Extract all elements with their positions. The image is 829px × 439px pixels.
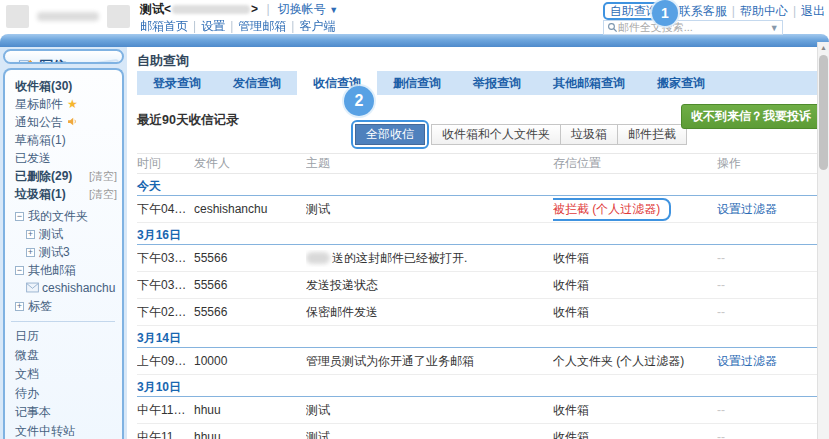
cell-time: 下午03:06	[137, 277, 194, 294]
sidebar-folder[interactable]: 收件箱(30)	[15, 77, 117, 95]
sidebar-tree-item[interactable]: +标签	[15, 297, 117, 315]
annotation-step-2-badge: 2	[344, 86, 374, 116]
no-action-dash: --	[717, 403, 725, 417]
filter-全部收信[interactable]: 全部收信	[355, 124, 425, 145]
column-header-发件人: 发件人	[194, 155, 306, 172]
mail-search-box[interactable]: 邮件全文搜索... ▼	[603, 20, 783, 35]
set-filter-link[interactable]: 设置过滤器	[717, 354, 777, 368]
empty-folder-link[interactable]: [清空]	[89, 187, 117, 202]
switch-account-link[interactable]: 切换帐号 ▼	[278, 2, 338, 16]
sidebar-tree-item[interactable]: ceshishanchu	[15, 279, 117, 297]
scrollbar-thumb[interactable]	[819, 55, 828, 170]
sidebar-app-待办[interactable]: 待办	[15, 384, 117, 403]
sidebar-tree-item[interactable]: −我的文件夹	[15, 207, 117, 225]
sidebar-folder[interactable]: 通知公告	[15, 113, 117, 131]
top-nav: 自助查询|联系客服|帮助中心|退出	[603, 2, 825, 18]
cell-subject: 测试	[306, 402, 553, 419]
column-header-存信位置: 存信位置	[553, 155, 717, 172]
page-title: 自助查询	[137, 52, 823, 68]
cell-sender: ceshishanchu	[194, 202, 306, 216]
tab-删信查询[interactable]: 删信查询	[377, 71, 457, 95]
sidebar-app-记事本[interactable]: 记事本	[15, 403, 117, 422]
filter-邮件拦截[interactable]: 邮件拦截	[618, 124, 687, 145]
collapse-icon[interactable]: −	[15, 266, 24, 275]
sidebar-tree-item[interactable]: +测试	[15, 225, 117, 243]
tab-发信查询[interactable]: 发信查询	[217, 71, 297, 95]
top-nav-link-2[interactable]: 联系客服	[679, 4, 727, 18]
tab-其他邮箱查询[interactable]: 其他邮箱查询	[537, 71, 641, 95]
account-name-prefix: 测试<	[140, 2, 171, 16]
set-filter-link[interactable]: 设置过滤器	[717, 202, 777, 216]
empty-folder-link[interactable]: [清空]	[89, 169, 117, 184]
header-link-2[interactable]: 设置	[201, 19, 225, 33]
cell-location: 收件箱	[553, 250, 717, 267]
cell-subject: 测试	[306, 429, 553, 439]
mail-row: 中午11:27hhuu测试收件箱--	[137, 424, 823, 439]
chevron-down-icon: ▼	[329, 5, 338, 15]
top-nav-link-3[interactable]: 帮助中心	[740, 4, 788, 18]
sidebar-app-日历[interactable]: 日历	[15, 327, 117, 346]
sidebar-folder[interactable]: 已发送	[15, 149, 117, 167]
header-link-4[interactable]: 客户端	[299, 19, 335, 33]
table-header-row: 时间发件人主题存信位置操作	[137, 153, 823, 174]
top-nav-link-1[interactable]: 自助查询	[610, 4, 658, 18]
cell-location: 收件箱	[553, 402, 717, 419]
header-right: 自助查询|联系客服|帮助中心|退出 邮件全文搜索... ▼	[603, 2, 825, 35]
separator: |	[793, 4, 796, 18]
sidebar-divider	[11, 321, 115, 322]
sidebar-tree-item[interactable]: −其他邮箱	[15, 261, 117, 279]
header-link-1[interactable]: 邮箱首页	[140, 19, 188, 33]
sidebar-app-文档[interactable]: 文档	[15, 365, 117, 384]
tab-举报查询[interactable]: 举报查询	[457, 71, 537, 95]
annotation-step-1-badge: 1	[652, 0, 678, 26]
complain-button[interactable]: 收不到来信？我要投诉	[681, 104, 821, 129]
scrollbar[interactable]: ▲	[817, 42, 829, 439]
annotation-box-all-mail: 全部收信	[351, 120, 429, 149]
no-action-dash: --	[717, 251, 725, 265]
sidebar-tree-item[interactable]: +测试3	[15, 243, 117, 261]
cell-action: --	[717, 305, 823, 319]
cell-location: 收件箱	[553, 304, 717, 321]
sidebar: 写信收信通讯录 收件箱(30)星标邮件★通知公告草稿箱(1)已发送已删除(29)…	[0, 47, 127, 439]
cell-action: --	[717, 430, 823, 439]
cell-subject: 保密邮件发送	[306, 304, 553, 321]
location-alert-text: 被拦截 (个人过滤器)	[553, 202, 660, 216]
expand-icon[interactable]: +	[15, 302, 24, 311]
logo-area	[6, 5, 130, 28]
no-action-dash: --	[717, 305, 725, 319]
scroll-up-icon[interactable]: ▲	[818, 42, 829, 53]
header-link-3[interactable]: 管理邮箱	[238, 19, 286, 33]
expand-icon[interactable]: +	[26, 248, 35, 257]
account-links: 邮箱首页|设置|管理邮箱|客户端	[140, 19, 338, 34]
cell-sender: hhuu	[194, 403, 306, 417]
star-icon: ★	[67, 99, 78, 109]
expand-icon[interactable]: +	[26, 230, 35, 239]
sidebar-app-文件中转站[interactable]: 文件中转站	[15, 422, 117, 439]
separator: |	[266, 2, 269, 16]
group-date-label: 3月16日	[137, 228, 181, 242]
compose-item-写信[interactable]: 写信	[18, 57, 122, 64]
cell-action: 设置过滤器	[717, 201, 823, 218]
search-dropdown-icon[interactable]: ▼	[770, 23, 779, 33]
filter-收件箱和个人文件夹[interactable]: 收件箱和个人文件夹	[431, 124, 561, 145]
filter-垃圾箱[interactable]: 垃圾箱	[561, 124, 618, 145]
sidebar-app-微盘[interactable]: 微盘	[15, 346, 117, 365]
column-header-时间: 时间	[137, 155, 194, 172]
app-body: 写信收信通讯录 收件箱(30)星标邮件★通知公告草稿箱(1)已发送已删除(29)…	[0, 47, 829, 439]
separator: |	[230, 19, 233, 33]
collapse-icon[interactable]: −	[15, 212, 24, 221]
cell-sender: 55566	[194, 251, 306, 265]
sidebar-folder[interactable]: 星标邮件★	[15, 95, 117, 113]
tab-登录查询[interactable]: 登录查询	[137, 71, 217, 95]
sidebar-folder[interactable]: 草稿箱(1)	[15, 131, 117, 149]
compose-item-label: 写信	[40, 57, 66, 65]
sidebar-folder[interactable]: 垃圾箱(1)[清空]	[15, 185, 117, 203]
folder-panel: 收件箱(30)星标邮件★通知公告草稿箱(1)已发送已删除(29)[清空]垃圾箱(…	[3, 68, 124, 439]
top-nav-link-4[interactable]: 退出	[801, 4, 825, 18]
date-group-header: 3月16日	[137, 223, 823, 245]
sidebar-folder[interactable]: 已删除(29)[清空]	[15, 167, 117, 185]
cell-action: --	[717, 251, 823, 265]
date-group-header: 今天	[137, 174, 823, 196]
tab-搬家查询[interactable]: 搬家查询	[641, 71, 721, 95]
tree-item-label: 测试	[39, 226, 63, 243]
